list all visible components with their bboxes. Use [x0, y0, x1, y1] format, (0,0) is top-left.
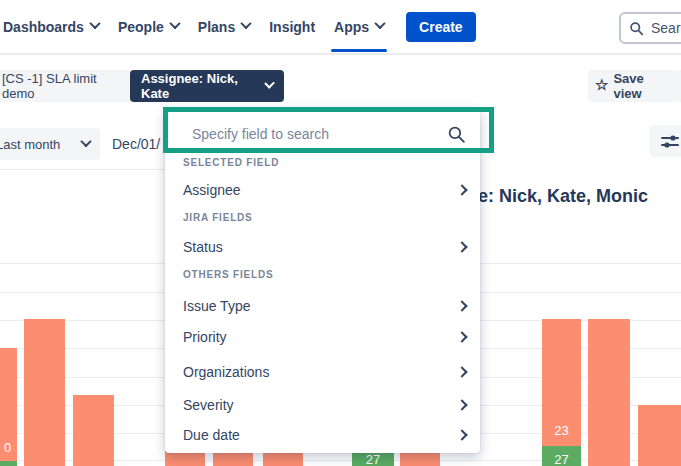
- annotation-highlight-box: [163, 107, 494, 153]
- bar-value-label: 27: [352, 452, 394, 466]
- bar-value-label: 0: [0, 440, 17, 455]
- chevron-right-icon: [456, 300, 467, 311]
- dropdown-item-priority[interactable]: Priority: [183, 325, 466, 349]
- bar: 0: [0, 348, 17, 466]
- chevron-right-icon: [456, 366, 467, 377]
- dropdown-item-assignee[interactable]: Assignee: [183, 178, 466, 202]
- dropdown-item-issue-type[interactable]: Issue Type: [183, 294, 466, 318]
- bar: 2327: [542, 319, 581, 466]
- dropdown-item-due-date[interactable]: Due date: [183, 423, 466, 447]
- item-label: Organizations: [183, 364, 269, 380]
- bar-value-label: 27: [542, 452, 581, 466]
- section-header-others-fields: OTHERS FIELDS: [183, 269, 273, 280]
- item-label: Assignee: [183, 182, 241, 198]
- section-header-jira-fields: JIRA FIELDS: [183, 212, 253, 223]
- chevron-right-icon: [456, 331, 467, 342]
- chevron-right-icon: [456, 241, 467, 252]
- dropdown-item-severity[interactable]: Severity: [183, 393, 466, 417]
- item-label: Due date: [183, 427, 240, 443]
- item-label: Priority: [183, 329, 227, 345]
- chevron-right-icon: [456, 184, 467, 195]
- dropdown-item-status[interactable]: Status: [183, 235, 466, 259]
- bar: [24, 319, 65, 466]
- chevron-right-icon: [456, 399, 467, 410]
- item-label: Status: [183, 239, 223, 255]
- dropdown-item-organizations[interactable]: Organizations: [183, 360, 466, 384]
- bar: [588, 319, 630, 466]
- bar-value-label: 23: [542, 423, 581, 438]
- bar: [73, 395, 114, 466]
- item-label: Issue Type: [183, 298, 250, 314]
- chevron-right-icon: [456, 429, 467, 440]
- bar: [638, 405, 681, 466]
- section-header-selected-field: SELECTED FIELD: [183, 157, 279, 168]
- item-label: Severity: [183, 397, 234, 413]
- bar-green-segment: [0, 461, 17, 466]
- field-picker-dropdown: SELECTED FIELD Assignee JIRA FIELDS Stat…: [165, 108, 480, 453]
